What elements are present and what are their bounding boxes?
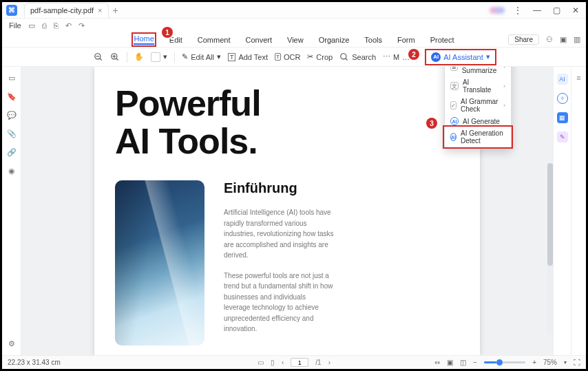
- next-page-button[interactable]: ›: [328, 359, 330, 366]
- chevron-right-icon: ›: [503, 67, 505, 70]
- hand-tool[interactable]: ✋: [134, 52, 144, 61]
- ai-assistant-dropdown: 💬 AI Chat › ≣ AI Summarize › 文 AI Transl…: [444, 67, 512, 149]
- color-swatch[interactable]: ▾: [151, 52, 167, 62]
- right-sidebar-tools: ≡: [571, 67, 586, 355]
- zoom-in-icon[interactable]: +: [532, 359, 536, 366]
- layers-icon[interactable]: ◉: [8, 167, 15, 176]
- menu-convert[interactable]: Convert: [245, 36, 272, 44]
- attachments-icon[interactable]: 📎: [7, 129, 17, 138]
- callout-badge-2: 2: [408, 49, 419, 60]
- print-icon[interactable]: ⎘: [54, 21, 59, 30]
- fit-width-icon[interactable]: ⇔: [434, 359, 440, 366]
- more-button[interactable]: ⋯ M…: [383, 52, 410, 61]
- menu-protect[interactable]: Protect: [430, 36, 454, 44]
- chevron-right-icon: ›: [503, 83, 505, 89]
- prev-page-button[interactable]: ‹: [282, 359, 284, 366]
- document-title: Powerful AI Tools.: [115, 85, 459, 160]
- view-continuous-icon[interactable]: ▯: [271, 359, 275, 366]
- ai-badge-icon: AI: [450, 117, 459, 125]
- translate-icon: 文: [450, 82, 459, 90]
- ai-assistant-label: AI Assistant: [443, 53, 483, 61]
- menu-home[interactable]: Home: [134, 34, 154, 45]
- crop-icon: ✂: [307, 52, 313, 61]
- user-icon[interactable]: ⚇: [546, 35, 553, 44]
- status-bar: 22.23 x 31.43 cm ▭ ▯ ‹ /1 › ⇔ ▣ ◫ − + 75…: [2, 355, 586, 369]
- zoom-out-button[interactable]: [94, 52, 103, 62]
- ai-tools-panel-icon[interactable]: ▦: [557, 112, 568, 123]
- crop-label: Crop: [316, 53, 333, 61]
- ai-menu-generate[interactable]: AI AI Generate: [445, 115, 511, 127]
- ai-menu-grammar[interactable]: ✓ AI Grammar Check ›: [445, 96, 511, 115]
- menu-tools[interactable]: Tools: [364, 36, 382, 44]
- title-line2: AI Tools.: [115, 121, 258, 161]
- menu-view[interactable]: View: [287, 36, 304, 44]
- menu-organize[interactable]: Organize: [319, 36, 350, 44]
- svg-line-1: [100, 58, 102, 60]
- close-window-button[interactable]: ✕: [569, 6, 582, 15]
- page: Powerful AI Tools. Einführung Artificial…: [94, 67, 480, 355]
- document-tab[interactable]: pdf-sample-city.pdf ×: [24, 3, 109, 18]
- zoom-slider[interactable]: [484, 361, 525, 363]
- comments-icon[interactable]: 💬: [7, 111, 17, 120]
- main-area: ▭ 🔖 💬 📎 🔗 ◉ ⚙ Powerful AI Tools. Einführ…: [2, 67, 586, 355]
- ocr-button[interactable]: T OCR: [275, 53, 300, 61]
- tab-close-icon[interactable]: ×: [98, 6, 102, 14]
- page-number-input[interactable]: [291, 358, 308, 367]
- right-sidebar-ai: AI ✧ ▦ ✎: [553, 67, 571, 355]
- fullscreen-icon[interactable]: ⛶: [574, 359, 580, 366]
- search-label: Search: [352, 53, 376, 61]
- bookmarks-icon[interactable]: 🔖: [7, 92, 17, 101]
- add-text-button[interactable]: T Add Text: [228, 53, 268, 61]
- document-canvas[interactable]: Powerful AI Tools. Einführung Artificial…: [21, 67, 553, 355]
- file-menu[interactable]: File: [9, 21, 21, 30]
- toolbar: ✋ ▾ ✎ Edit All▾ T Add Text T OCR ✂ Crop …: [2, 47, 586, 67]
- crop-button[interactable]: ✂ Crop: [307, 52, 333, 61]
- links-icon[interactable]: 🔗: [7, 148, 17, 157]
- ai-create-panel-icon[interactable]: ✎: [557, 131, 568, 142]
- zoom-value: 75%: [543, 359, 557, 366]
- search-button[interactable]: Search: [339, 52, 376, 62]
- menu-edit[interactable]: Edit: [169, 36, 182, 44]
- ocr-icon: T: [275, 53, 281, 61]
- zoom-out-icon[interactable]: −: [473, 359, 477, 366]
- more-menu-icon[interactable]: ⋮: [512, 6, 524, 15]
- thumbnails-icon[interactable]: ▭: [8, 74, 15, 83]
- zoom-dropdown-icon[interactable]: ▾: [564, 359, 567, 365]
- fit-page-icon[interactable]: ▣: [447, 359, 453, 366]
- edit-all-button[interactable]: ✎ Edit All▾: [182, 52, 221, 61]
- menu-form[interactable]: Form: [397, 36, 415, 44]
- pencil-icon: ✎: [182, 52, 188, 61]
- maximize-button[interactable]: ▢: [550, 6, 563, 15]
- settings-gear-icon[interactable]: ⚙: [8, 339, 15, 348]
- redo-icon[interactable]: ↷: [78, 21, 85, 30]
- scroll-thumb[interactable]: [547, 163, 553, 266]
- share-button[interactable]: Share: [508, 34, 539, 45]
- view-single-icon[interactable]: ▭: [258, 359, 264, 366]
- minimize-button[interactable]: —: [531, 6, 543, 15]
- app-logo-icon: ⌘: [6, 5, 17, 16]
- ai-chat-panel-icon[interactable]: ✧: [557, 93, 568, 104]
- panel-toggle-icon[interactable]: ▥: [574, 35, 580, 44]
- ai-menu-translate[interactable]: 文 AI Translate ›: [445, 76, 511, 96]
- ai-menu-summarize[interactable]: ≣ AI Summarize ›: [445, 67, 511, 76]
- ai-menu-generation-detect[interactable]: AI AI Generation Detect: [445, 127, 511, 147]
- zoom-in-button[interactable]: [110, 52, 120, 62]
- quick-access-row: File ▭ ⎙ ⎘ ↶ ↷: [2, 19, 586, 32]
- ai-panel-icon[interactable]: AI: [557, 74, 568, 85]
- read-mode-icon[interactable]: ◫: [460, 359, 466, 366]
- add-text-label: Add Text: [238, 53, 268, 61]
- document-image: [115, 180, 204, 346]
- section-heading: Einführung: [224, 180, 334, 196]
- ai-assistant-button[interactable]: AI AI Assistant ▾: [427, 51, 494, 63]
- format-panel-icon[interactable]: ≡: [576, 74, 580, 82]
- undo-icon[interactable]: ↶: [65, 21, 72, 30]
- settings-icon[interactable]: ▣: [560, 35, 567, 44]
- ai-menu-label: AI Translate: [463, 78, 499, 94]
- menu-comment[interactable]: Comment: [198, 36, 231, 44]
- tab-title: pdf-sample-city.pdf: [30, 6, 94, 14]
- save-icon[interactable]: ⎙: [42, 21, 47, 30]
- vertical-scrollbar[interactable]: [547, 163, 553, 335]
- open-icon[interactable]: ▭: [28, 21, 35, 30]
- new-tab-button[interactable]: +: [113, 5, 118, 16]
- left-sidebar: ▭ 🔖 💬 📎 🔗 ◉ ⚙: [2, 67, 21, 355]
